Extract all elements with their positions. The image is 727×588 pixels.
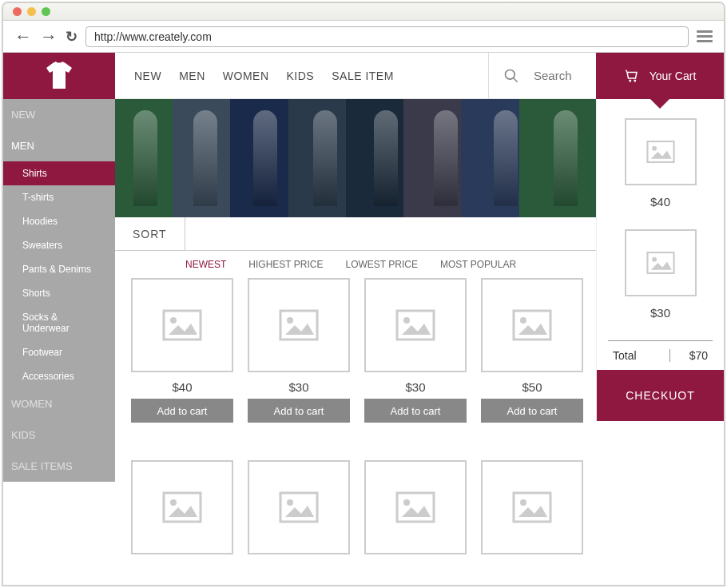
forward-button[interactable]: → (40, 26, 58, 47)
cart-icon (624, 69, 640, 83)
svg-point-9 (520, 317, 526, 324)
total-value: $70 (669, 349, 708, 362)
svg-point-19 (652, 146, 657, 151)
svg-rect-12 (280, 493, 317, 522)
add-to-cart-button[interactable]: Add to cart (364, 399, 467, 423)
sort-newest[interactable]: NEWEST (185, 259, 226, 270)
sidebar-sub-tshirts[interactable]: T-shirts (3, 185, 115, 209)
nav-kids[interactable]: KIDS (287, 70, 315, 82)
product-image[interactable] (364, 278, 467, 372)
image-placeholder-icon (279, 491, 319, 523)
sidebar-sub-socks[interactable]: Socks & Underwear (3, 305, 115, 340)
site-logo[interactable] (3, 53, 115, 99)
product-card: $30Add to cart (364, 278, 467, 446)
close-window-button[interactable] (13, 7, 22, 16)
product-image[interactable] (131, 278, 233, 372)
top-navigation: NEW MEN WOMEN KIDS SALE ITEM (115, 53, 596, 99)
product-image[interactable] (364, 460, 467, 554)
svg-point-7 (403, 317, 410, 324)
sidebar-item-kids[interactable]: KIDS (3, 419, 115, 451)
checkout-button[interactable]: CHECKUOT (597, 370, 724, 421)
svg-line-1 (514, 77, 518, 81)
sidebar-sub-pants[interactable]: Pants & Denims (3, 257, 115, 281)
sidebar-item-women[interactable]: WOMEN (3, 388, 115, 419)
cart-item: $30 (597, 229, 724, 320)
sort-highest-price[interactable]: HIGHEST PRICE (248, 259, 323, 270)
sort-label: SORT (115, 217, 185, 250)
sidebar-item-new[interactable]: NEW (3, 99, 115, 130)
svg-rect-16 (514, 493, 550, 522)
minimize-window-button[interactable] (27, 7, 36, 16)
reload-button[interactable]: ↻ (66, 28, 77, 46)
svg-point-5 (287, 317, 293, 324)
sidebar-sub-footwear[interactable]: Footwear (3, 340, 115, 364)
browser-toolbar: ← → ↻ http://www.creately.com (3, 21, 724, 53)
product-image[interactable] (131, 460, 233, 554)
product-image[interactable] (481, 278, 583, 372)
window-titlebar (3, 3, 724, 21)
nav-sale[interactable]: SALE ITEM (332, 70, 394, 82)
product-image[interactable] (248, 278, 350, 372)
svg-rect-8 (514, 311, 550, 340)
sort-lowest-price[interactable]: LOWEST PRICE (345, 259, 417, 270)
svg-point-15 (403, 499, 410, 506)
add-to-cart-button[interactable]: Add to cart (248, 399, 350, 423)
product-price: $50 (522, 380, 542, 394)
svg-rect-18 (647, 141, 673, 162)
nav-new[interactable]: NEW (134, 70, 161, 82)
cart-item-image[interactable] (625, 229, 697, 296)
sidebar-sub-shirts[interactable]: Shirts (3, 161, 115, 185)
nav-men[interactable]: MEN (179, 70, 205, 82)
image-placeholder-icon (512, 309, 552, 341)
sidebar-submenu: Shirts T-shirts Hoodies Sweaters Pants &… (3, 161, 115, 388)
back-button[interactable]: ← (14, 26, 32, 47)
product-card (131, 460, 233, 578)
image-placeholder-icon (162, 309, 202, 341)
cart-item: $40 (597, 118, 724, 209)
sort-bar: SORT (115, 217, 596, 251)
search-input[interactable] (534, 69, 582, 82)
product-price: $30 (405, 380, 425, 394)
svg-point-21 (652, 257, 657, 262)
tshirt-icon (43, 60, 75, 92)
sidebar-sub-hoodies[interactable]: Hoodies (3, 209, 115, 233)
url-input[interactable]: http://www.creately.com (85, 26, 689, 47)
add-to-cart-button[interactable]: Add to cart (131, 399, 233, 423)
sort-options: NEWEST HIGHEST PRICE LOWEST PRICE MOST P… (115, 259, 596, 270)
category-sidebar: NEW MEN Shirts T-shirts Hoodies Sweaters… (3, 99, 115, 482)
total-label: Total (613, 349, 637, 362)
add-to-cart-button[interactable]: Add to cart (481, 399, 583, 423)
product-card (364, 460, 467, 578)
image-placeholder-icon (395, 491, 435, 523)
product-image[interactable] (248, 460, 350, 554)
image-placeholder-icon (162, 491, 202, 523)
menu-button[interactable] (697, 30, 713, 42)
svg-point-0 (506, 70, 515, 79)
product-card (248, 460, 350, 578)
svg-rect-14 (397, 493, 434, 522)
sidebar-sub-accessories[interactable]: Accessories (3, 364, 115, 388)
sidebar-item-men[interactable]: MEN (3, 130, 115, 161)
sidebar-sub-sweaters[interactable]: Sweaters (3, 233, 115, 257)
nav-women[interactable]: WOMEN (223, 70, 269, 82)
maximize-window-button[interactable] (42, 7, 50, 16)
sidebar-sub-shorts[interactable]: Shorts (3, 281, 115, 305)
cart-item-image[interactable] (625, 118, 697, 185)
product-card: $40Add to cart (131, 278, 233, 446)
image-placeholder-icon (279, 309, 319, 341)
product-card: $30Add to cart (248, 278, 350, 446)
hero-banner (115, 99, 596, 217)
image-placeholder-icon (646, 140, 675, 164)
sidebar-item-sale[interactable]: SALE ITEMS (3, 451, 115, 482)
cart-header[interactable]: Your Cart (596, 53, 724, 99)
product-image[interactable] (481, 460, 583, 554)
cart-item-price: $30 (650, 306, 670, 320)
svg-point-13 (287, 499, 293, 506)
svg-point-3 (170, 317, 177, 324)
svg-point-11 (170, 499, 177, 506)
svg-rect-6 (397, 311, 434, 340)
product-price: $40 (172, 380, 192, 394)
product-card: $50Add to cart (481, 278, 583, 446)
sort-most-popular[interactable]: MOST POPULAR (440, 259, 516, 270)
cart-item-price: $40 (650, 195, 670, 209)
